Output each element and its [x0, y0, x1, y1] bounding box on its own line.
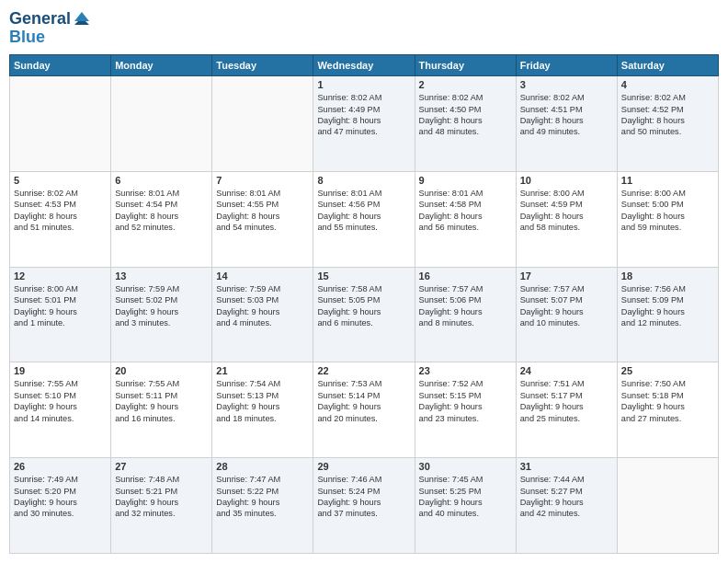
calendar-cell: 22Sunrise: 7:53 AM Sunset: 5:14 PM Dayli… — [313, 362, 415, 458]
day-number: 20 — [115, 365, 208, 376]
day-info: Sunrise: 7:57 AM Sunset: 5:07 PM Dayligh… — [520, 283, 613, 329]
day-number: 3 — [520, 79, 613, 90]
day-number: 29 — [317, 461, 410, 472]
calendar-week-1: 1Sunrise: 8:02 AM Sunset: 4:49 PM Daylig… — [10, 76, 719, 172]
calendar-cell: 1Sunrise: 8:02 AM Sunset: 4:49 PM Daylig… — [313, 76, 415, 172]
day-info: Sunrise: 7:51 AM Sunset: 5:17 PM Dayligh… — [520, 378, 613, 424]
day-info: Sunrise: 7:48 AM Sunset: 5:21 PM Dayligh… — [115, 474, 208, 520]
calendar-week-3: 12Sunrise: 8:00 AM Sunset: 5:01 PM Dayli… — [10, 267, 719, 362]
day-number: 30 — [419, 461, 512, 472]
calendar-cell: 20Sunrise: 7:55 AM Sunset: 5:11 PM Dayli… — [111, 362, 212, 458]
svg-marker-1 — [74, 21, 89, 25]
calendar-cell: 4Sunrise: 8:02 AM Sunset: 4:52 PM Daylig… — [617, 76, 718, 172]
day-info: Sunrise: 7:45 AM Sunset: 5:25 PM Dayligh… — [419, 474, 512, 520]
day-info: Sunrise: 7:59 AM Sunset: 5:03 PM Dayligh… — [216, 283, 309, 329]
day-info: Sunrise: 7:52 AM Sunset: 5:15 PM Dayligh… — [419, 378, 512, 424]
calendar-cell: 27Sunrise: 7:48 AM Sunset: 5:21 PM Dayli… — [111, 458, 212, 554]
day-number: 2 — [419, 79, 512, 90]
logo-general: General — [9, 9, 71, 29]
calendar-cell: 26Sunrise: 7:49 AM Sunset: 5:20 PM Dayli… — [10, 458, 111, 554]
page-container: General Blue SundayMondayTuesdayWednesda… — [0, 0, 728, 563]
weekday-header-row: SundayMondayTuesdayWednesdayThursdayFrid… — [10, 55, 719, 76]
day-info: Sunrise: 7:53 AM Sunset: 5:14 PM Dayligh… — [317, 378, 410, 424]
calendar-cell: 29Sunrise: 7:46 AM Sunset: 5:24 PM Dayli… — [313, 458, 415, 554]
day-info: Sunrise: 8:01 AM Sunset: 4:58 PM Dayligh… — [419, 188, 512, 234]
day-number: 9 — [419, 175, 512, 186]
day-info: Sunrise: 7:58 AM Sunset: 5:05 PM Dayligh… — [317, 283, 410, 329]
calendar-cell: 8Sunrise: 8:01 AM Sunset: 4:56 PM Daylig… — [313, 171, 415, 267]
day-info: Sunrise: 7:55 AM Sunset: 5:10 PM Dayligh… — [14, 378, 107, 424]
calendar-cell: 6Sunrise: 8:01 AM Sunset: 4:54 PM Daylig… — [111, 171, 212, 267]
day-info: Sunrise: 8:01 AM Sunset: 4:55 PM Dayligh… — [216, 188, 309, 234]
weekday-header-wednesday: Wednesday — [313, 55, 415, 76]
day-info: Sunrise: 7:55 AM Sunset: 5:11 PM Dayligh… — [115, 378, 208, 424]
day-number: 11 — [621, 175, 714, 186]
day-number: 12 — [14, 270, 107, 282]
day-number: 1 — [317, 79, 410, 90]
day-info: Sunrise: 7:54 AM Sunset: 5:13 PM Dayligh… — [216, 378, 309, 424]
day-number: 16 — [419, 270, 512, 282]
day-number: 24 — [520, 365, 613, 376]
calendar-cell: 3Sunrise: 8:02 AM Sunset: 4:51 PM Daylig… — [516, 76, 617, 172]
calendar-cell — [617, 458, 718, 554]
day-number: 15 — [317, 270, 410, 282]
weekday-header-monday: Monday — [111, 55, 212, 76]
day-number: 23 — [419, 365, 512, 376]
calendar-cell: 11Sunrise: 8:00 AM Sunset: 5:00 PM Dayli… — [617, 171, 718, 267]
day-number: 8 — [317, 175, 410, 186]
day-info: Sunrise: 8:02 AM Sunset: 4:49 PM Dayligh… — [317, 92, 410, 138]
day-info: Sunrise: 8:02 AM Sunset: 4:50 PM Dayligh… — [419, 92, 512, 138]
day-info: Sunrise: 7:46 AM Sunset: 5:24 PM Dayligh… — [317, 474, 410, 520]
day-number: 19 — [14, 365, 107, 376]
day-info: Sunrise: 7:56 AM Sunset: 5:09 PM Dayligh… — [621, 283, 714, 329]
day-number: 31 — [520, 461, 613, 472]
calendar-week-5: 26Sunrise: 7:49 AM Sunset: 5:20 PM Dayli… — [10, 458, 719, 554]
calendar-cell: 15Sunrise: 7:58 AM Sunset: 5:05 PM Dayli… — [313, 267, 415, 362]
day-number: 14 — [216, 270, 309, 282]
weekday-header-tuesday: Tuesday — [212, 55, 313, 76]
day-number: 25 — [621, 365, 714, 376]
calendar-cell: 24Sunrise: 7:51 AM Sunset: 5:17 PM Dayli… — [516, 362, 617, 458]
weekday-header-saturday: Saturday — [617, 55, 718, 76]
day-number: 6 — [115, 175, 208, 186]
day-number: 7 — [216, 175, 309, 186]
calendar-cell: 16Sunrise: 7:57 AM Sunset: 5:06 PM Dayli… — [415, 267, 516, 362]
day-info: Sunrise: 8:01 AM Sunset: 4:56 PM Dayligh… — [317, 188, 410, 234]
logo-blue: Blue — [9, 28, 91, 48]
day-number: 18 — [621, 270, 714, 282]
calendar-cell: 19Sunrise: 7:55 AM Sunset: 5:10 PM Dayli… — [10, 362, 111, 458]
calendar-cell: 23Sunrise: 7:52 AM Sunset: 5:15 PM Dayli… — [415, 362, 516, 458]
day-info: Sunrise: 8:02 AM Sunset: 4:52 PM Dayligh… — [621, 92, 714, 138]
calendar-cell: 14Sunrise: 7:59 AM Sunset: 5:03 PM Dayli… — [212, 267, 313, 362]
day-number: 4 — [621, 79, 714, 90]
weekday-header-friday: Friday — [516, 55, 617, 76]
calendar-cell — [10, 76, 111, 172]
calendar-week-4: 19Sunrise: 7:55 AM Sunset: 5:10 PM Dayli… — [10, 362, 719, 458]
calendar-cell: 9Sunrise: 8:01 AM Sunset: 4:58 PM Daylig… — [415, 171, 516, 267]
calendar-cell — [212, 76, 313, 172]
day-number: 10 — [520, 175, 613, 186]
calendar-cell: 10Sunrise: 8:00 AM Sunset: 4:59 PM Dayli… — [516, 171, 617, 267]
logo: General Blue — [9, 9, 91, 47]
day-number: 28 — [216, 461, 309, 472]
calendar-cell: 21Sunrise: 7:54 AM Sunset: 5:13 PM Dayli… — [212, 362, 313, 458]
day-info: Sunrise: 7:44 AM Sunset: 5:27 PM Dayligh… — [520, 474, 613, 520]
header: General Blue — [9, 9, 719, 47]
calendar-cell: 30Sunrise: 7:45 AM Sunset: 5:25 PM Dayli… — [415, 458, 516, 554]
day-info: Sunrise: 7:47 AM Sunset: 5:22 PM Dayligh… — [216, 474, 309, 520]
day-number: 13 — [115, 270, 208, 282]
day-number: 27 — [115, 461, 208, 472]
day-info: Sunrise: 8:00 AM Sunset: 4:59 PM Dayligh… — [520, 188, 613, 234]
day-number: 22 — [317, 365, 410, 376]
day-info: Sunrise: 8:00 AM Sunset: 5:01 PM Dayligh… — [14, 283, 107, 329]
calendar-cell: 25Sunrise: 7:50 AM Sunset: 5:18 PM Dayli… — [617, 362, 718, 458]
day-info: Sunrise: 7:59 AM Sunset: 5:02 PM Dayligh… — [115, 283, 208, 329]
day-number: 21 — [216, 365, 309, 376]
calendar-week-2: 5Sunrise: 8:02 AM Sunset: 4:53 PM Daylig… — [10, 171, 719, 267]
calendar-cell: 5Sunrise: 8:02 AM Sunset: 4:53 PM Daylig… — [10, 171, 111, 267]
calendar-cell: 13Sunrise: 7:59 AM Sunset: 5:02 PM Dayli… — [111, 267, 212, 362]
day-number: 17 — [520, 270, 613, 282]
weekday-header-thursday: Thursday — [415, 55, 516, 76]
calendar-cell: 28Sunrise: 7:47 AM Sunset: 5:22 PM Dayli… — [212, 458, 313, 554]
calendar-cell — [111, 76, 212, 172]
